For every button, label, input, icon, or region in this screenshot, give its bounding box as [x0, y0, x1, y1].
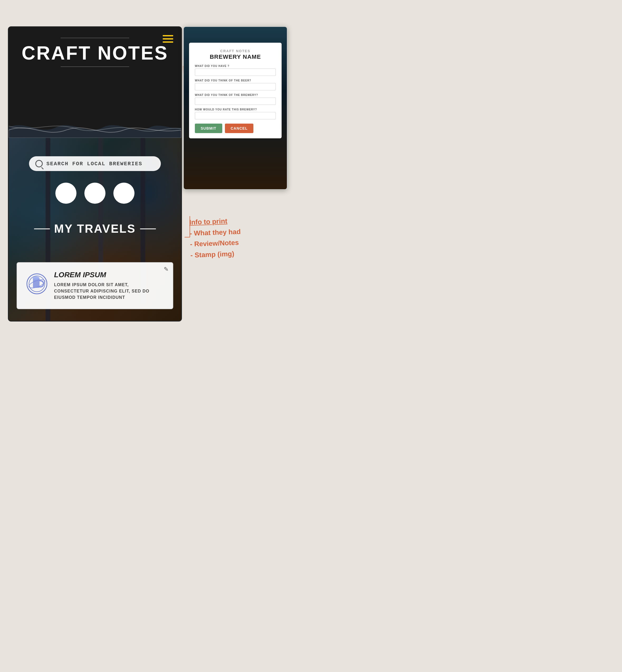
search-bar[interactable]: SEARCH FOR LOCAL BREWERIES	[29, 156, 161, 171]
edit-icon[interactable]: ✎	[164, 266, 169, 273]
field-group-3: WHAT DID YOU THINK OF THE BREWERY?	[195, 94, 276, 105]
notes-line-1: Info to print	[189, 217, 227, 226]
field-input-1[interactable]	[195, 69, 276, 76]
hamburger-line-1	[163, 35, 173, 36]
svg-point-6	[33, 276, 40, 280]
form-brewery-name: BREWERY NAME	[195, 53, 276, 60]
travels-label: MY TRAVELS	[34, 222, 156, 235]
hamburger-menu[interactable]	[163, 35, 173, 43]
field-group-4: HOW WOULD YOU RATE THIS BREWERY?	[195, 108, 276, 119]
travels-line-right	[140, 228, 156, 229]
form-panel: CRAFT NOTES BREWERY NAME WHAT DID YOU HA…	[183, 26, 287, 190]
stamp-icon	[25, 271, 49, 294]
notes-text: Info to print - What they had - Review/N…	[189, 215, 242, 261]
form-card: CRAFT NOTES BREWERY NAME WHAT DID YOU HA…	[189, 43, 282, 138]
field-input-3[interactable]	[195, 98, 276, 105]
notes-line-2: - What they had	[189, 227, 241, 237]
hamburger-line-3	[163, 41, 173, 43]
avatar-row	[56, 183, 135, 204]
avatar-2[interactable]	[84, 183, 105, 204]
notes-line-4: - Stamp (img)	[191, 250, 234, 259]
field-input-4[interactable]	[195, 112, 276, 119]
brewery-card: ✎ LOREM IPSU	[16, 262, 173, 309]
avatar-3[interactable]	[113, 183, 135, 204]
photo-background: SEARCH FOR LOCAL BREWERIES MY TRAVELS ✎	[9, 138, 181, 322]
travels-text: MY TRAVELS	[54, 222, 136, 235]
field-group-1: WHAT DID YOU HAVE ?	[195, 65, 276, 76]
header-line-bottom	[61, 66, 129, 67]
form-subtitle: CRAFT NOTES	[195, 49, 276, 53]
field-input-2[interactable]	[195, 83, 276, 90]
card-title: LOREM IPSUM	[54, 271, 165, 279]
cancel-button[interactable]: CANCEL	[225, 123, 253, 133]
submit-button[interactable]: SUBMIT	[195, 123, 222, 133]
notes-line-3: - Review/Notes	[190, 238, 239, 248]
app-title: CRAFT NOTES	[16, 43, 173, 63]
search-icon	[35, 160, 43, 167]
field-label-2: WHAT DID YOU THINK OF THE BEER?	[195, 79, 276, 82]
handwritten-notes: Info to print - What they had - Review/N…	[190, 216, 290, 260]
form-buttons: SUBMIT CANCEL	[195, 123, 276, 133]
field-label-4: HOW WOULD YOU RATE THIS BREWERY?	[195, 108, 276, 111]
search-placeholder: SEARCH FOR LOCAL BREWERIES	[46, 161, 142, 167]
hamburger-line-2	[163, 38, 173, 40]
field-label-3: WHAT DID YOU THINK OF THE BREWERY?	[195, 94, 276, 97]
app-header: CRAFT NOTES	[9, 27, 181, 117]
field-group-2: WHAT DID YOU THINK OF THE BEER?	[195, 79, 276, 90]
field-label-1: WHAT DID YOU HAVE ?	[195, 65, 276, 68]
travels-line-left	[34, 228, 50, 229]
header-line-top	[61, 38, 129, 38]
avatar-1[interactable]	[56, 183, 76, 204]
wave-section	[9, 117, 181, 138]
card-content: LOREM IPSUM LOREM IPSUM DOLOR SIT AMET, …	[54, 271, 165, 301]
card-body: LOREM IPSUM DOLOR SIT AMET, CONSECTETUR …	[54, 282, 165, 301]
app-mockup: CRAFT NOTES SEARCH FOR LOCAL BREWERIES	[8, 26, 182, 322]
